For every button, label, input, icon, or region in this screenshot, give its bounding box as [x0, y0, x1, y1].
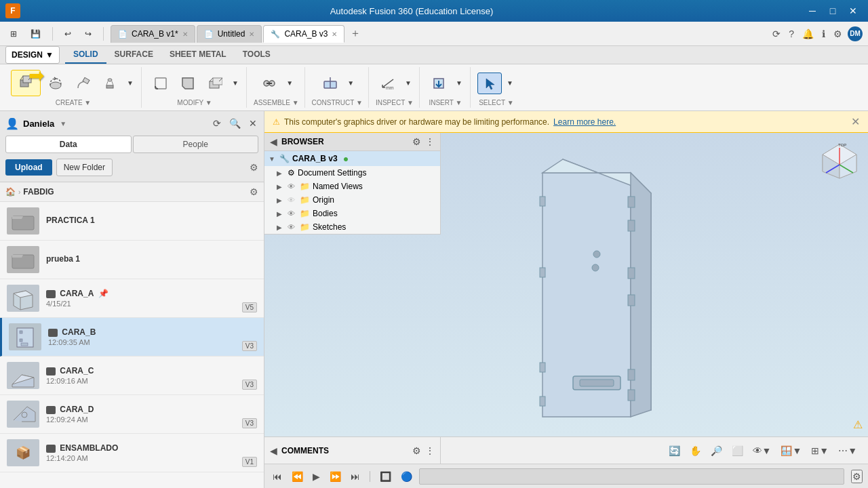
ribbon-tab-sheet-metal[interactable]: SHEET METAL — [161, 46, 235, 64]
search-user-button[interactable]: 🔍 — [228, 117, 242, 130]
warning-link[interactable]: Learn more here. — [553, 117, 616, 127]
timeline-first-button[interactable]: ⏮ — [270, 470, 285, 483]
info-button[interactable]: ℹ — [819, 27, 828, 41]
list-item[interactable]: PRACTICA 1 — [0, 202, 264, 241]
left-panel: 👤 Daniela ▼ ⟳ 🔍 ✕ Data People Upload — [0, 111, 264, 488]
ribbon-tab-surface[interactable]: SURFACE — [106, 46, 161, 64]
close-panel-button[interactable]: ✕ — [248, 117, 258, 130]
timeline-next-button[interactable]: ⏩ — [327, 470, 344, 483]
browser-collapse-button[interactable]: ◀ — [270, 136, 277, 147]
minimize-button[interactable]: ─ — [803, 4, 822, 18]
timeline-record-button[interactable]: 🔵 — [398, 470, 415, 483]
browser-item-sketches[interactable]: ▶ 👁 📁 Sketches — [264, 220, 440, 234]
assemble-more-button[interactable]: ▼ — [284, 77, 295, 89]
file-version[interactable]: V3 — [242, 341, 257, 350]
display-settings-button[interactable]: 🪟▼ — [778, 444, 804, 458]
select-more-button[interactable]: ▼ — [505, 77, 515, 89]
insert-button[interactable] — [427, 73, 451, 94]
browser-root-item[interactable]: ▼ 🔧 CARA_B v3 ● — [264, 151, 440, 166]
breadcrumb-home[interactable]: 🏠 — [5, 187, 16, 197]
comments-settings-button[interactable]: ⚙ — [412, 445, 421, 456]
modify-more-button[interactable]: ▼ — [230, 77, 241, 89]
timeline-last-button[interactable]: ⏭ — [348, 470, 363, 483]
close-button[interactable]: ✕ — [844, 4, 863, 18]
breadcrumb-settings-button[interactable]: ⚙ — [250, 186, 258, 197]
comments-collapse-button[interactable]: ◀ — [270, 445, 277, 456]
grid-button[interactable]: ⊞▼ — [808, 444, 831, 458]
browser-item-named-views[interactable]: ▶ 👁 📁 Named Views — [264, 180, 440, 193]
tab-close-untitled[interactable]: ✕ — [249, 30, 254, 38]
shell-button[interactable] — [203, 73, 227, 94]
pan-button[interactable]: ✋ — [687, 444, 704, 458]
timeline-play-button[interactable]: ▶ — [310, 470, 323, 483]
design-dropdown[interactable]: DESIGN ▼ — [5, 46, 60, 64]
list-item[interactable]: prueba 1 — [0, 241, 264, 279]
undo-button[interactable]: ↩ — [60, 26, 76, 41]
orbit-button[interactable]: 🔄 — [666, 444, 683, 458]
panel-settings-button[interactable]: ⚙ — [250, 162, 258, 173]
inspect-more-button[interactable]: ▼ — [403, 77, 414, 89]
tab-close-cara-b-v1[interactable]: ✕ — [182, 30, 188, 38]
loft-button[interactable] — [98, 73, 122, 94]
tab-cara-b-v1[interactable]: 📄 CARA_B v1* ✕ — [111, 25, 195, 43]
chamfer-button[interactable] — [176, 73, 200, 94]
refresh-user-button[interactable]: ⟳ — [212, 117, 222, 130]
insert-more-button[interactable]: ▼ — [454, 77, 465, 89]
joint-button[interactable] — [257, 73, 281, 94]
panel-grid-button[interactable]: ⊞ — [5, 26, 22, 41]
redo-button[interactable]: ↪ — [80, 26, 96, 41]
fillet-button[interactable] — [149, 73, 173, 94]
data-tab[interactable]: Data — [5, 136, 132, 153]
timeline-settings-button[interactable]: ⚙ — [851, 470, 863, 483]
view-dropdown-button[interactable]: 👁▼ — [750, 444, 774, 458]
ribbon-tab-solid[interactable]: SOLID — [65, 46, 106, 64]
file-version[interactable]: V5 — [242, 302, 257, 312]
save-cloud-button[interactable]: 💾 — [26, 26, 45, 41]
tab-add-button[interactable]: ＋ — [346, 26, 365, 41]
revolve-button[interactable] — [43, 73, 68, 94]
file-version[interactable]: V3 — [242, 380, 257, 389]
help-button[interactable]: ? — [786, 27, 797, 41]
ribbon-tab-tools[interactable]: TOOLS — [235, 46, 279, 64]
timeline-prev-button[interactable]: ⏪ — [289, 470, 306, 483]
sweep-button[interactable] — [71, 73, 95, 94]
browser-item-doc-settings[interactable]: ▶ ⚙ Document Settings — [264, 166, 440, 180]
list-item[interactable]: CARA_D 12:09:24 AM V3 — [0, 395, 264, 434]
create-more-button[interactable]: ▼ — [125, 77, 136, 89]
upload-button[interactable]: Upload — [5, 159, 52, 176]
list-item[interactable]: CARA_C 12:09:16 AM V3 — [0, 357, 264, 395]
select-buttons: ▼ — [477, 67, 515, 99]
browser-item-bodies[interactable]: ▶ 👁 📁 Bodies — [264, 207, 440, 220]
timeline-marker-button[interactable]: 🔲 — [377, 470, 394, 483]
tab-cara-b-v3[interactable]: 🔧 CARA_B v3 ✕ — [263, 25, 344, 43]
tab-close-cara-b-v3[interactable]: ✕ — [332, 30, 337, 38]
comments-more-button[interactable]: ⋮ — [425, 445, 435, 456]
notifications-button[interactable]: 🔔 — [800, 27, 816, 41]
timeline-track[interactable] — [419, 468, 844, 485]
file-version[interactable]: V1 — [242, 457, 257, 466]
fit-button[interactable]: ⬜ — [729, 444, 746, 458]
select-button[interactable] — [477, 73, 502, 94]
settings-gear-button[interactable]: ⚙ — [831, 27, 845, 41]
file-version[interactable]: V3 — [242, 418, 257, 428]
list-item[interactable]: CARA_B 12:09:35 AM V3 — [0, 318, 264, 357]
browser-item-origin[interactable]: ▶ 👁 📁 Origin — [264, 193, 440, 207]
new-folder-button[interactable]: New Folder — [56, 159, 113, 176]
list-item[interactable]: 📦 ENSAMBLADO 12:14:20 AM V1 — [0, 434, 264, 472]
maximize-button[interactable]: □ — [823, 4, 842, 18]
viewport[interactable]: ◀ BROWSER ⚙ ⋮ ▼ 🔧 CARA_B v3 ● ▶ — [264, 133, 868, 436]
refresh-button[interactable]: ⟳ — [770, 27, 783, 41]
more-vc-button[interactable]: ⋯▼ — [835, 444, 860, 458]
browser-more-button[interactable]: ⋮ — [425, 136, 435, 147]
zoom-button[interactable]: 🔎 — [708, 444, 725, 458]
browser-settings-button[interactable]: ⚙ — [412, 136, 421, 147]
construct-more-button[interactable]: ▼ — [345, 77, 356, 89]
tab-untitled[interactable]: 📄 Untitled ✕ — [197, 25, 262, 43]
warning-close-button[interactable]: ✕ — [851, 115, 860, 128]
measure-button[interactable]: mm — [376, 73, 400, 94]
plane-button[interactable] — [318, 73, 342, 94]
nav-cube[interactable]: TOP — [819, 141, 860, 182]
people-tab[interactable]: People — [133, 136, 259, 153]
extrude-button[interactable] — [11, 70, 41, 96]
list-item[interactable]: CARA_A 📌 4/15/21 V5 — [0, 279, 264, 318]
